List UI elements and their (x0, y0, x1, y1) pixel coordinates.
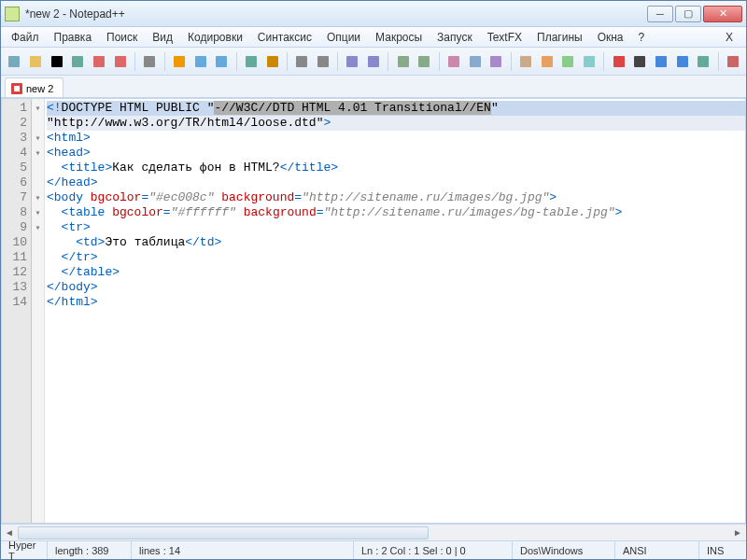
fold-gutter[interactable]: ▾▾▾▾▾▾ (32, 99, 45, 523)
code-line[interactable]: </table> (47, 265, 745, 280)
svg-rect-10 (246, 56, 257, 67)
titlebar[interactable]: *new 2 - Notepad++ ─ ▢ ✕ (1, 1, 746, 27)
svg-rect-22 (542, 56, 553, 67)
status-encoding: ANSI (615, 541, 699, 559)
func-list-icon[interactable] (580, 51, 599, 72)
lang-icon[interactable] (516, 51, 536, 72)
copy-icon[interactable] (190, 51, 210, 72)
folder-icon[interactable] (537, 51, 557, 72)
menu-кодировки[interactable]: Кодировки (181, 29, 249, 46)
indent-guide-icon[interactable] (486, 51, 506, 72)
zoom-in-icon[interactable] (343, 51, 362, 72)
code-line[interactable]: <html> (47, 131, 745, 146)
tab-new-2[interactable]: new 2 (5, 77, 63, 97)
svg-rect-4 (93, 56, 105, 67)
minimize-button[interactable]: ─ (647, 6, 673, 22)
menu-textfx[interactable]: TextFX (481, 29, 529, 46)
doc-map-icon[interactable] (558, 51, 578, 72)
new-file-icon[interactable] (5, 51, 24, 72)
code-area[interactable]: <!DOCTYPE HTML PUBLIC "-//W3C//DTD HTML … (45, 99, 745, 523)
tab-label: new 2 (26, 83, 53, 94)
code-line[interactable]: <head> (47, 146, 745, 161)
svg-rect-0 (8, 56, 20, 67)
svg-rect-1 (30, 56, 41, 67)
code-line[interactable]: <td>Это таблица</td> (47, 235, 745, 250)
menu-окна[interactable]: Окна (591, 29, 630, 46)
spellcheck-icon[interactable] (724, 51, 743, 72)
svg-rect-7 (174, 56, 185, 67)
print-icon[interactable] (140, 51, 160, 72)
play-multi-icon[interactable] (672, 51, 692, 72)
window-title: *new 2 - Notepad++ (25, 7, 647, 21)
menu-синтаксис[interactable]: Синтаксис (251, 29, 318, 46)
svg-rect-21 (520, 56, 531, 67)
wrap-icon[interactable] (444, 51, 464, 72)
svg-rect-12 (296, 56, 307, 67)
undo-icon[interactable] (242, 51, 261, 72)
redo-icon[interactable] (262, 51, 282, 72)
code-line[interactable]: "http://www.w3.org/TR/html4/loose.dtd"> (47, 116, 745, 131)
code-line[interactable]: </tr> (47, 250, 745, 265)
save-macro-icon[interactable] (694, 51, 713, 72)
zoom-out-icon[interactable] (364, 51, 384, 72)
close-all-icon[interactable] (110, 51, 130, 72)
code-line[interactable]: <body bgcolor="#ec008c" background="http… (47, 190, 745, 205)
svg-rect-27 (655, 56, 667, 67)
find-icon[interactable] (292, 51, 312, 72)
maximize-button[interactable]: ▢ (675, 6, 701, 22)
close-icon[interactable] (90, 51, 109, 72)
svg-rect-29 (698, 56, 709, 67)
menu-плагины[interactable]: Плагины (530, 29, 589, 46)
status-position: Ln : 2 Col : 1 Sel : 0 | 0 (354, 541, 513, 559)
close-doc-button[interactable]: X (716, 29, 742, 46)
h-scrollbar[interactable]: ◄ ► (1, 524, 746, 540)
code-line[interactable]: <title>Как сделать фон в HTML?</title> (47, 161, 745, 175)
scroll-right-icon[interactable]: ► (729, 525, 746, 540)
open-file-icon[interactable] (26, 51, 46, 72)
svg-rect-18 (448, 56, 459, 67)
scroll-thumb[interactable] (18, 526, 429, 539)
svg-rect-3 (72, 56, 83, 67)
menu-правка[interactable]: Правка (48, 29, 99, 46)
menubar: ФайлПравкаПоискВидКодировкиСинтаксисОпци… (1, 27, 746, 48)
sync-v-icon[interactable] (393, 51, 413, 72)
menu-файл[interactable]: Файл (5, 29, 46, 46)
menu-?[interactable]: ? (632, 29, 652, 46)
paste-icon[interactable] (212, 51, 232, 72)
code-line[interactable]: </body> (47, 280, 745, 295)
status-lang: Hyper T (1, 541, 48, 559)
window-controls: ─ ▢ ✕ (647, 6, 742, 22)
code-line[interactable]: <!DOCTYPE HTML PUBLIC "-//W3C//DTD HTML … (47, 101, 745, 116)
sync-h-icon[interactable] (415, 51, 434, 72)
svg-rect-26 (634, 56, 645, 67)
code-line[interactable]: <table bgcolor="#ffffff" background="htt… (47, 205, 745, 220)
line-gutter[interactable]: 1234567891011121314 (2, 99, 32, 523)
save-all-icon[interactable] (68, 51, 88, 72)
code-line[interactable]: </html> (47, 295, 745, 310)
stop-icon[interactable] (630, 51, 650, 72)
code-line[interactable]: <tr> (47, 220, 745, 235)
svg-rect-5 (115, 56, 126, 67)
status-lines: lines : 14 (132, 541, 354, 559)
svg-rect-30 (727, 56, 739, 67)
menu-вид[interactable]: Вид (146, 29, 179, 46)
menu-макросы[interactable]: Макросы (369, 29, 429, 46)
svg-rect-20 (490, 56, 501, 67)
scroll-left-icon[interactable]: ◄ (1, 525, 18, 540)
record-icon[interactable] (609, 51, 628, 72)
menu-опции[interactable]: Опции (320, 29, 367, 46)
code-line[interactable]: </head> (47, 175, 745, 190)
cut-icon[interactable] (170, 51, 190, 72)
svg-rect-6 (144, 56, 155, 67)
tabbar: new 2 (1, 76, 746, 98)
replace-icon[interactable] (313, 51, 332, 72)
play-icon[interactable] (652, 51, 671, 72)
save-icon[interactable] (47, 51, 66, 72)
menu-запуск[interactable]: Запуск (430, 29, 479, 46)
menu-поиск[interactable]: Поиск (100, 29, 144, 46)
svg-rect-15 (368, 56, 379, 67)
show-all-icon[interactable] (465, 51, 485, 72)
svg-rect-11 (267, 56, 278, 67)
scroll-track[interactable] (18, 525, 729, 540)
close-button[interactable]: ✕ (703, 6, 742, 22)
